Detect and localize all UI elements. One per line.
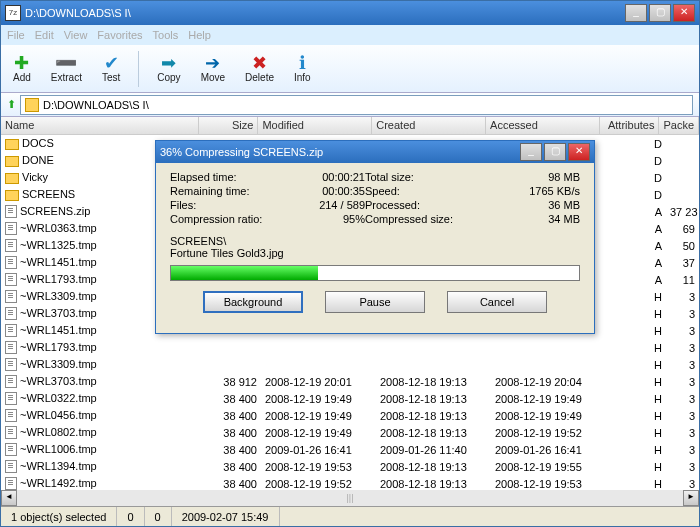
folder-icon bbox=[5, 156, 19, 167]
file-icon bbox=[5, 460, 17, 473]
menu-tools[interactable]: Tools bbox=[153, 29, 179, 41]
file-icon bbox=[5, 307, 17, 320]
file-icon bbox=[5, 341, 17, 354]
menu-favorites[interactable]: Favorites bbox=[97, 29, 142, 41]
copy-button[interactable]: ➡Copy bbox=[151, 52, 186, 85]
toolbar: ✚Add ➖Extract ✔Test ➡Copy ➔Move ✖Delete … bbox=[1, 45, 699, 93]
table-row[interactable]: ~WRL3309.tmpH3 bbox=[1, 356, 699, 373]
val-remaining: 00:00:35 bbox=[285, 185, 365, 197]
plus-icon: ✚ bbox=[14, 54, 29, 72]
test-button[interactable]: ✔Test bbox=[96, 52, 126, 85]
menu-view[interactable]: View bbox=[64, 29, 88, 41]
progress-bar bbox=[170, 265, 580, 281]
col-modified[interactable]: Modified bbox=[258, 117, 372, 134]
statusbar: 1 object(s) selected 0 0 2009-02-07 15:4… bbox=[1, 506, 699, 526]
minimize-button[interactable]: _ bbox=[625, 4, 647, 22]
dialog-close-button[interactable]: ✕ bbox=[568, 143, 590, 161]
table-row[interactable]: ~WRL1793.tmpH3 bbox=[1, 339, 699, 356]
table-row[interactable]: ~WRL1006.tmp38 4002009-01-26 16:412009-0… bbox=[1, 441, 699, 458]
lbl-processed: Processed: bbox=[365, 199, 485, 211]
menu-help[interactable]: Help bbox=[188, 29, 211, 41]
val-ratio: 95% bbox=[285, 213, 365, 225]
cancel-button[interactable]: Cancel bbox=[447, 291, 547, 313]
toolbar-separator bbox=[138, 51, 139, 87]
window-title: D:\DOWNLOADS\S I\ bbox=[25, 7, 625, 19]
menubar: File Edit View Favorites Tools Help bbox=[1, 25, 699, 45]
lbl-files: Files: bbox=[170, 199, 285, 211]
col-accessed[interactable]: Accessed bbox=[486, 117, 600, 134]
maximize-button[interactable]: ▢ bbox=[649, 4, 671, 22]
test-icon: ✔ bbox=[104, 54, 119, 72]
copy-icon: ➡ bbox=[161, 54, 176, 72]
lbl-elapsed: Elapsed time: bbox=[170, 171, 285, 183]
col-created[interactable]: Created bbox=[372, 117, 486, 134]
table-row[interactable]: ~WRL3703.tmp38 9122008-12-19 20:012008-1… bbox=[1, 373, 699, 390]
file-icon bbox=[5, 409, 17, 422]
col-name[interactable]: Name bbox=[1, 117, 199, 134]
info-icon: ℹ bbox=[299, 54, 306, 72]
file-icon bbox=[5, 205, 17, 218]
val-files: 214 / 589 bbox=[285, 199, 365, 211]
table-row[interactable]: ~WRL0456.tmp38 4002008-12-19 19:492008-1… bbox=[1, 407, 699, 424]
val-total: 98 MB bbox=[485, 171, 580, 183]
dialog-minimize-button[interactable]: _ bbox=[520, 143, 542, 161]
val-speed: 1765 KB/s bbox=[485, 185, 580, 197]
file-icon bbox=[5, 256, 17, 269]
dialog-titlebar: 36% Compressing SCREENS.zip _ ▢ ✕ bbox=[156, 141, 594, 163]
file-icon bbox=[5, 273, 17, 286]
extract-button[interactable]: ➖Extract bbox=[45, 52, 88, 85]
status-selection: 1 object(s) selected bbox=[1, 507, 117, 526]
move-button[interactable]: ➔Move bbox=[195, 52, 231, 85]
delete-button[interactable]: ✖Delete bbox=[239, 52, 280, 85]
val-compressed: 34 MB bbox=[485, 213, 580, 225]
scroll-right-icon[interactable]: ► bbox=[683, 490, 699, 506]
dialog-maximize-button[interactable]: ▢ bbox=[544, 143, 566, 161]
val-elapsed: 00:00:21 bbox=[285, 171, 365, 183]
background-button[interactable]: Background bbox=[203, 291, 303, 313]
col-packed[interactable]: Packe bbox=[659, 117, 699, 134]
scroll-left-icon[interactable]: ◄ bbox=[1, 490, 17, 506]
file-icon bbox=[5, 477, 17, 490]
lbl-speed: Speed: bbox=[365, 185, 485, 197]
add-button[interactable]: ✚Add bbox=[7, 52, 37, 85]
up-icon[interactable]: ⬆ bbox=[7, 98, 16, 111]
file-icon bbox=[5, 290, 17, 303]
file-icon bbox=[5, 392, 17, 405]
file-icon bbox=[5, 324, 17, 337]
path-input[interactable]: D:\DOWNLOADS\S I\ bbox=[20, 95, 693, 115]
table-row[interactable]: ~WRL1394.tmp38 4002008-12-19 19:532008-1… bbox=[1, 458, 699, 475]
status-size2: 0 bbox=[145, 507, 172, 526]
extract-icon: ➖ bbox=[55, 54, 77, 72]
dialog-title: 36% Compressing SCREENS.zip bbox=[160, 146, 520, 158]
file-icon bbox=[5, 222, 17, 235]
lbl-ratio: Compression ratio: bbox=[170, 213, 285, 225]
listview-header: Name Size Modified Created Accessed Attr… bbox=[1, 117, 699, 135]
col-size[interactable]: Size bbox=[199, 117, 258, 134]
table-row[interactable]: ~WRL0802.tmp38 4002008-12-19 19:492008-1… bbox=[1, 424, 699, 441]
current-file: Fortune Tiles Gold3.jpg bbox=[170, 247, 580, 259]
status-size1: 0 bbox=[117, 507, 144, 526]
file-icon bbox=[5, 443, 17, 456]
lbl-total: Total size: bbox=[365, 171, 485, 183]
col-attributes[interactable]: Attributes bbox=[600, 117, 659, 134]
scrollbar-horizontal[interactable]: ◄ ||| ► bbox=[1, 490, 699, 506]
menu-edit[interactable]: Edit bbox=[35, 29, 54, 41]
menu-file[interactable]: File bbox=[7, 29, 25, 41]
lbl-compressed: Compressed size: bbox=[365, 213, 485, 225]
folder-icon bbox=[5, 139, 19, 150]
close-button[interactable]: ✕ bbox=[673, 4, 695, 22]
file-icon bbox=[5, 358, 17, 371]
file-icon bbox=[5, 239, 17, 252]
progress-fill bbox=[171, 266, 318, 280]
file-icon bbox=[5, 426, 17, 439]
table-row[interactable]: ~WRL1492.tmp38 4002008-12-19 19:522008-1… bbox=[1, 475, 699, 490]
folder-icon bbox=[25, 98, 39, 112]
pause-button[interactable]: Pause bbox=[325, 291, 425, 313]
app-icon: 7z bbox=[5, 5, 21, 21]
table-row[interactable]: ~WRL0322.tmp38 4002008-12-19 19:492008-1… bbox=[1, 390, 699, 407]
info-button[interactable]: ℹInfo bbox=[288, 52, 317, 85]
file-icon bbox=[5, 375, 17, 388]
folder-icon bbox=[5, 173, 19, 184]
move-icon: ➔ bbox=[205, 54, 220, 72]
status-date: 2009-02-07 15:49 bbox=[172, 507, 280, 526]
